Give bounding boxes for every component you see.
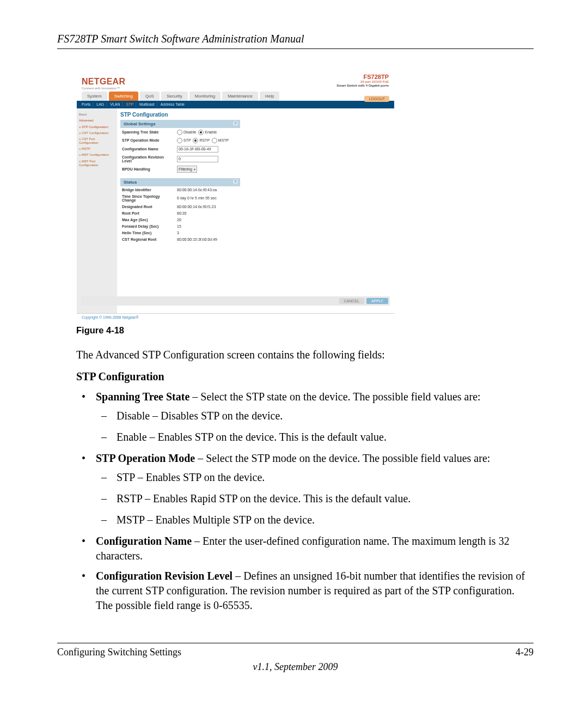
- sidebar-item-cst-config[interactable]: » CST Configuration: [79, 130, 115, 136]
- sidebar-item-cst-port[interactable]: » CST Port Configuration: [79, 136, 115, 146]
- list-item: Configuration Name – Enter the user-defi…: [76, 534, 534, 563]
- subtab-ports[interactable]: Ports: [82, 102, 90, 106]
- brand-tagline: Connect with Innovation™: [82, 87, 389, 90]
- sub-item: RSTP – Enables Rapid STP on the device. …: [96, 491, 534, 506]
- help-icon[interactable]: ?: [233, 179, 238, 184]
- action-footer: CANCEL APPLY: [81, 296, 390, 306]
- apply-button[interactable]: APPLY: [366, 298, 388, 304]
- main-tabs: System Switching QoS Security Monitoring…: [77, 92, 394, 101]
- section-title: STP Configuration: [76, 370, 534, 383]
- radio-mstp[interactable]: [212, 138, 217, 143]
- model-name: FS728TP: [336, 74, 389, 80]
- sub-tabs: Ports LAG VLAN STP Multicast Address Tab…: [77, 101, 394, 108]
- status-table: Bridge Identifier80:00:00:14:6c:f0:43:ca…: [120, 186, 240, 242]
- brand-logo: NETGEAR: [82, 77, 125, 86]
- radio-stp[interactable]: [177, 138, 182, 143]
- footer-right: 4-29: [516, 647, 534, 658]
- sub-item: Disable – Disables STP on the device.: [96, 409, 534, 423]
- bpdu-select[interactable]: Filtering: [177, 166, 197, 173]
- sidebar-item-basic[interactable]: Basic: [79, 112, 115, 118]
- list-item: Spanning Tree State – Select the STP sta…: [76, 389, 534, 445]
- page-title: STP Configuration: [120, 112, 390, 118]
- list-item: STP Operation Mode – Select the STP mode…: [76, 451, 534, 527]
- sidebar-item-mst-config[interactable]: » MST Configuration: [79, 152, 115, 158]
- sub-item: MSTP – Enables Multiple STP on the devic…: [96, 513, 534, 527]
- tab-monitoring[interactable]: Monitoring: [189, 92, 220, 101]
- global-settings-header: Global Settings?: [120, 120, 240, 128]
- global-settings-table: Spanning Tree State Disable Enable STP O…: [120, 128, 240, 174]
- logout-button[interactable]: LOGOUT: [364, 96, 389, 102]
- page-footer: Configuring Switching Settings 4-29: [57, 643, 534, 658]
- subtab-multicast[interactable]: Multicast: [139, 102, 155, 106]
- sidebar: Basic Advanced » STP Configuration » CST…: [77, 108, 117, 313]
- sidebar-item-advanced[interactable]: Advanced: [79, 118, 115, 124]
- tab-security[interactable]: Security: [161, 92, 188, 101]
- help-icon[interactable]: ?: [233, 121, 238, 126]
- cancel-button[interactable]: CANCEL: [339, 298, 364, 304]
- tab-switching[interactable]: Switching: [109, 92, 138, 101]
- subtab-address-table[interactable]: Address Table: [161, 102, 185, 106]
- model-sub: Smart Switch with 4 Gigabit ports: [336, 84, 389, 87]
- document-header: FS728TP Smart Switch Software Administra…: [57, 33, 534, 49]
- field-list: Spanning Tree State – Select the STP sta…: [76, 389, 534, 613]
- status-header: Status?: [120, 178, 240, 186]
- sub-item: Enable – Enables STP on the device. This…: [96, 430, 534, 445]
- copyright: Copyright © 1996-2008 Netgear®: [77, 313, 394, 321]
- tab-maintenance[interactable]: Maintenance: [222, 92, 258, 101]
- figure-label: Figure 4-18: [76, 325, 534, 336]
- intro-text: The Advanced STP Configuration screen co…: [76, 348, 534, 362]
- model-desc: 24-port 10/100 PoE: [336, 80, 389, 84]
- tab-qos[interactable]: QoS: [140, 92, 160, 101]
- list-item: Configuration Revision Level – Defines a…: [76, 569, 534, 613]
- version-line: v1.1, September 2009: [57, 661, 534, 673]
- tab-help[interactable]: Help: [260, 92, 279, 101]
- tab-system[interactable]: System: [82, 92, 107, 101]
- radio-disable[interactable]: [177, 130, 182, 135]
- sidebar-item-mst-port[interactable]: » MST Port Configuration: [79, 159, 115, 168]
- sidebar-item-rstp[interactable]: » RSTP: [79, 146, 115, 152]
- subtab-lag[interactable]: LAG: [96, 102, 104, 106]
- subtab-vlan[interactable]: VLAN: [110, 102, 120, 106]
- figure-screenshot: NETGEAR Connect with Innovation™ FS728TP…: [76, 71, 534, 315]
- radio-rstp[interactable]: [193, 138, 198, 143]
- radio-enable[interactable]: [198, 130, 204, 135]
- sidebar-item-stp-config[interactable]: » STP Configuration: [79, 124, 115, 130]
- footer-left: Configuring Switching Settings: [57, 647, 181, 658]
- config-name-input[interactable]: 00-18-3F-B0-00-49: [177, 146, 218, 153]
- subtab-stp[interactable]: STP: [126, 102, 134, 106]
- config-rev-input[interactable]: 0: [177, 156, 218, 162]
- sub-item: STP – Enables STP on the device.: [96, 470, 534, 485]
